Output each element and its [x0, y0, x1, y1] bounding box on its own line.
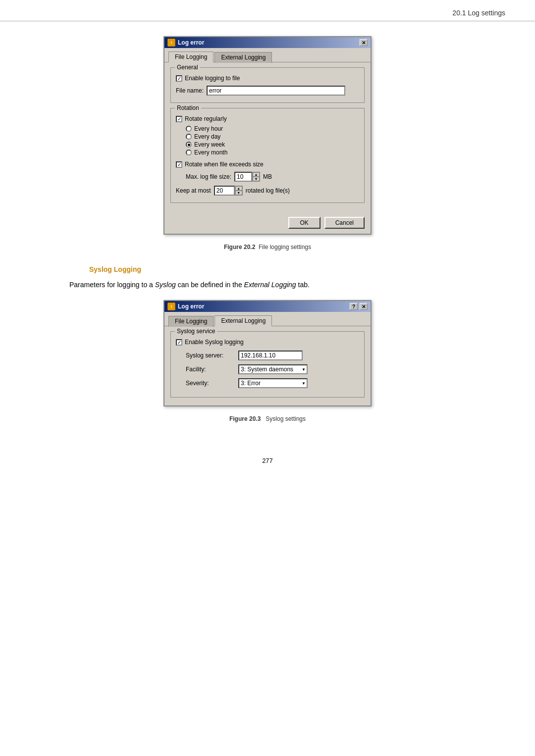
- syslog-server-label: Syslog server:: [186, 352, 235, 359]
- radio-every-day-label: Every day: [194, 133, 220, 140]
- keep-most-spinner[interactable]: ▲ ▼: [214, 186, 243, 196]
- radio-every-day-btn[interactable]: [186, 134, 192, 140]
- keep-most-suffix: rotated log file(s): [246, 187, 290, 194]
- radio-every-week[interactable]: Every week: [176, 141, 359, 148]
- ok-button[interactable]: OK: [288, 217, 321, 229]
- radio-every-month[interactable]: Every month: [176, 149, 359, 156]
- keep-most-down-btn[interactable]: ▼: [235, 191, 242, 195]
- keep-most-up-btn[interactable]: ▲: [235, 186, 242, 191]
- facility-label: Facility:: [186, 366, 235, 373]
- enable-logging-checkbox[interactable]: [176, 75, 182, 82]
- radio-every-week-btn[interactable]: [186, 142, 192, 148]
- radio-every-day[interactable]: Every day: [176, 133, 359, 140]
- rotate-when-checkbox-label[interactable]: Rotate when file exceeds size: [176, 161, 359, 168]
- cancel-button[interactable]: Cancel: [324, 217, 365, 229]
- severity-select[interactable]: 3: Error: [238, 378, 308, 388]
- dialog2-icon: !: [167, 302, 175, 310]
- rotation-group-title: Rotation: [175, 104, 201, 111]
- general-group: General Enable logging to file File name…: [170, 67, 365, 103]
- dialog1-actions: OK Cancel: [164, 213, 371, 234]
- general-group-title: General: [175, 64, 200, 71]
- syslog-server-input[interactable]: [238, 351, 303, 360]
- syslog-group-title: Syslog service: [175, 328, 217, 335]
- dialog-syslog: ! Log error ? ✕ File Logging External Lo…: [163, 300, 372, 406]
- figure1-caption: Figure 20.2 File logging settings: [224, 244, 311, 251]
- dialog1-close-button[interactable]: ✕: [360, 39, 368, 46]
- max-log-unit: MB: [263, 173, 272, 180]
- rotate-regularly-checkbox-label[interactable]: Rotate regularly: [176, 115, 359, 122]
- figure2-caption: Figure 20.3 Syslog settings: [229, 415, 306, 422]
- enable-syslog-checkbox[interactable]: [176, 339, 182, 346]
- tab-file-logging[interactable]: File Logging: [168, 51, 214, 62]
- severity-label: Severity:: [186, 380, 235, 387]
- dialog2-tabs: File Logging External Logging: [164, 312, 371, 326]
- keep-most-input[interactable]: [214, 186, 235, 196]
- max-log-down-btn[interactable]: ▼: [253, 177, 260, 181]
- svg-text:!: !: [171, 41, 172, 45]
- enable-logging-checkbox-label[interactable]: Enable logging to file: [176, 75, 359, 82]
- page-number: 277: [40, 457, 495, 464]
- rotate-regularly-label: Rotate regularly: [185, 115, 227, 122]
- enable-logging-label: Enable logging to file: [185, 75, 240, 82]
- svg-text:!: !: [171, 304, 172, 309]
- dialog2-help-button[interactable]: ?: [350, 303, 358, 310]
- dialog2-titlebar: ! Log error ? ✕: [164, 301, 371, 312]
- tab-external-logging[interactable]: External Logging: [214, 52, 272, 63]
- dialog1-tabs: File Logging External Logging: [164, 48, 371, 62]
- radio-every-hour-btn[interactable]: [186, 126, 192, 132]
- rotate-when-label: Rotate when file exceeds size: [185, 161, 264, 168]
- radio-every-hour-label: Every hour: [194, 125, 223, 132]
- max-log-input[interactable]: [234, 172, 252, 182]
- rotate-regularly-checkbox[interactable]: [176, 116, 182, 122]
- radio-every-hour[interactable]: Every hour: [176, 125, 359, 132]
- body-text: Parameters for logging to a Syslog can b…: [40, 279, 495, 290]
- dialog1-icon: !: [167, 39, 175, 47]
- dialog2-body: Syslog service Enable Syslog logging Sys…: [164, 326, 371, 405]
- dialog1-titlebar: ! Log error ✕: [164, 37, 371, 48]
- file-name-label: File name:: [176, 87, 204, 94]
- file-name-input[interactable]: [207, 86, 345, 96]
- radio-every-month-label: Every month: [194, 149, 227, 156]
- enable-syslog-checkbox-label[interactable]: Enable Syslog logging: [176, 339, 359, 346]
- max-log-label: Max. log file size:: [186, 173, 231, 180]
- tab2-external-logging[interactable]: External Logging: [214, 315, 272, 326]
- syslog-service-group: Syslog service Enable Syslog logging Sys…: [170, 331, 365, 398]
- rotation-group: Rotation Rotate regularly Every hour: [170, 108, 365, 203]
- severity-select-wrap[interactable]: 3: Error: [238, 378, 308, 388]
- dialog1-body: General Enable logging to file File name…: [164, 62, 371, 213]
- max-log-up-btn[interactable]: ▲: [253, 172, 260, 177]
- enable-syslog-label: Enable Syslog logging: [185, 339, 244, 346]
- dialog2-title: Log error: [178, 303, 204, 310]
- dialog2-close-button[interactable]: ✕: [360, 303, 368, 310]
- dialog-file-logging: ! Log error ✕ File Logging External Logg…: [163, 36, 372, 235]
- syslog-section-heading: Syslog Logging: [40, 265, 141, 273]
- page-header-title: 20.1 Log settings: [452, 9, 505, 17]
- page-header: 20.1 Log settings: [0, 0, 535, 21]
- tab2-file-logging[interactable]: File Logging: [168, 316, 214, 327]
- radio-every-month-btn[interactable]: [186, 150, 192, 155]
- keep-most-label: Keep at most: [176, 187, 211, 194]
- dialog1-title: Log error: [178, 39, 204, 46]
- rotate-when-checkbox[interactable]: [176, 161, 182, 168]
- radio-every-week-label: Every week: [194, 141, 225, 148]
- facility-select-wrap[interactable]: 3: System daemons: [238, 364, 308, 374]
- facility-select[interactable]: 3: System daemons: [238, 364, 308, 374]
- max-log-spinner[interactable]: ▲ ▼: [234, 172, 260, 182]
